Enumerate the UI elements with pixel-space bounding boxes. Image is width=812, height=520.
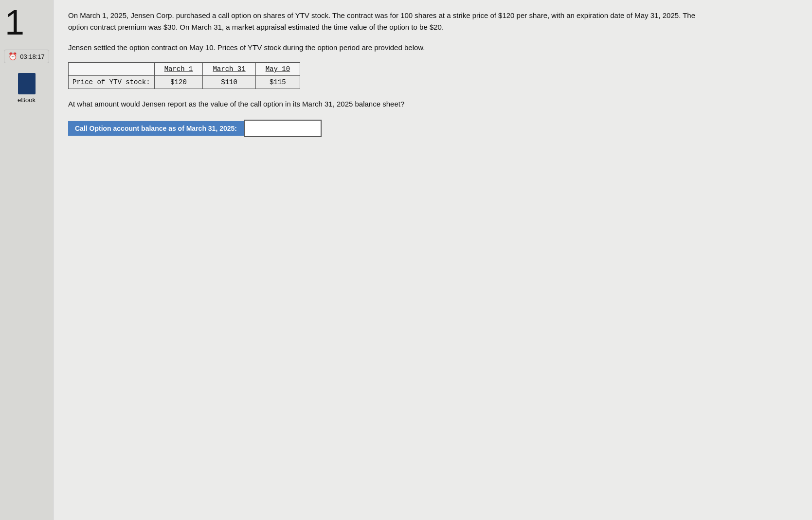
answer-label: Call Option account balance as of March … — [68, 121, 244, 136]
table-value-march1: $120 — [154, 76, 203, 89]
question-number: 1 — [0, 5, 24, 40]
answer-row: Call Option account balance as of March … — [68, 120, 793, 137]
table-row-label: Price of YTV stock: — [69, 76, 155, 89]
timer-icon: ⏰ — [8, 52, 18, 61]
main-content: On March 1, 2025, Jensen Corp. purchased… — [54, 0, 812, 520]
page-container: 1 ⏰ 03:18:17 eBook On March 1, 2025, Jen… — [0, 0, 812, 520]
table-header-march1: March 1 — [154, 63, 203, 76]
sidebar: 1 ⏰ 03:18:17 eBook — [0, 0, 54, 520]
price-table: March 1 March 31 May 10 Price of YTV sto… — [68, 62, 300, 89]
ebook-button[interactable]: eBook — [18, 73, 36, 104]
ebook-label: eBook — [18, 96, 36, 104]
timer-display: 03:18:17 — [20, 53, 45, 60]
answer-input[interactable] — [244, 120, 322, 137]
problem-paragraph2: Jensen settled the option contract on Ma… — [68, 42, 701, 54]
table-value-may10: $115 — [255, 76, 300, 89]
table-data-row: Price of YTV stock: $120 $110 $115 — [69, 76, 300, 89]
ebook-icon — [18, 73, 36, 94]
table-value-march31: $110 — [203, 76, 255, 89]
table-header-row: March 1 March 31 May 10 — [69, 63, 300, 76]
table-header-empty — [69, 63, 155, 76]
question-text: At what amount would Jensen report as th… — [68, 99, 793, 110]
problem-paragraph1: On March 1, 2025, Jensen Corp. purchased… — [68, 10, 701, 33]
table-header-march31: March 31 — [203, 63, 255, 76]
table-header-may10: May 10 — [255, 63, 300, 76]
timer-box: ⏰ 03:18:17 — [4, 50, 49, 63]
